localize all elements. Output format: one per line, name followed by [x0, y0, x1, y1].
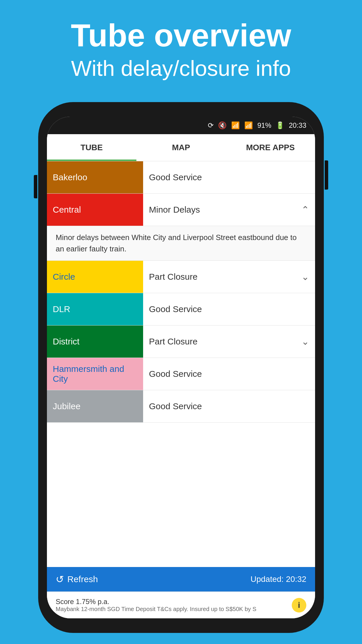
line-row-hammersmith[interactable]: Hammersmith and City Good Service [47, 358, 315, 390]
header-title: Tube overview [12, 18, 350, 53]
refresh-label: Refresh [67, 574, 98, 584]
line-status-district: Part Closure [149, 337, 198, 346]
line-status-cell-hammersmith: Good Service [143, 358, 315, 390]
line-status-central: Minor Delays [149, 205, 200, 215]
phone-body: ⟳ 🔇 📶 📶 91% 🔋 20:33 TUBE MAP MORE APPS [38, 102, 324, 633]
line-name-cell-district: District [47, 326, 143, 358]
line-status-cell-district: Part Closure ⌄ [143, 326, 315, 358]
ad-content: Score 1.75% p.a. Maybank 12-month SGD Ti… [56, 598, 256, 612]
phone-screen: ⟳ 🔇 📶 📶 91% 🔋 20:33 TUBE MAP MORE APPS [47, 117, 315, 618]
line-name-central: Central [53, 205, 81, 215]
central-delay-detail: Minor delays between White City and Live… [47, 226, 315, 261]
line-status-dlr: Good Service [149, 304, 202, 314]
ad-sub-text: Maybank 12-month SGD Time Deposit T&Cs a… [56, 606, 256, 612]
line-status-jubilee: Good Service [149, 401, 202, 411]
line-name-hammersmith: Hammersmith and City [53, 364, 137, 384]
line-row-dlr[interactable]: DLR Good Service [47, 293, 315, 326]
line-status-hammersmith: Good Service [149, 369, 202, 379]
status-battery-icon: 🔋 [276, 121, 284, 130]
line-status-cell-central: Minor Delays ⌃ [143, 194, 315, 226]
line-status-cell-dlr: Good Service [143, 293, 315, 325]
status-signal-icon: 📶 [244, 121, 253, 130]
line-name-cell-central: Central [47, 194, 143, 226]
line-row-district[interactable]: District Part Closure ⌄ [47, 326, 315, 358]
phone-volume-button [34, 175, 37, 198]
line-name-bakerloo: Bakerloo [53, 172, 87, 182]
header-subtitle: With delay/closure info [12, 56, 350, 81]
status-mute-icon: 🔇 [218, 121, 227, 130]
tab-bar: TUBE MAP MORE APPS [47, 134, 315, 161]
line-name-cell-bakerloo: Bakerloo [47, 161, 143, 193]
line-status-bakerloo: Good Service [149, 172, 202, 182]
line-name-dlr: DLR [53, 304, 70, 314]
chevron-down-icon-district: ⌄ [301, 336, 309, 347]
ad-bar[interactable]: Score 1.75% p.a. Maybank 12-month SGD Ti… [47, 592, 315, 618]
ad-main-text: Score 1.75% p.a. [56, 598, 256, 606]
tab-map[interactable]: MAP [136, 134, 226, 161]
line-status-cell-circle: Part Closure ⌄ [143, 261, 315, 293]
tab-more-apps[interactable]: MORE APPS [226, 134, 315, 161]
line-status-cell-jubilee: Good Service [143, 390, 315, 422]
tab-tube[interactable]: TUBE [47, 134, 136, 161]
line-row-bakerloo[interactable]: Bakerloo Good Service [47, 161, 315, 194]
header-section: Tube overview With delay/closure info [0, 0, 362, 92]
chevron-up-icon-central: ⌃ [301, 204, 309, 215]
bottom-bar: ↺ Refresh Updated: 20:32 [47, 567, 315, 592]
line-row-jubilee[interactable]: Jubilee Good Service [47, 390, 315, 423]
line-name-jubilee: Jubilee [53, 401, 80, 411]
chevron-down-icon-circle: ⌄ [301, 271, 309, 282]
line-name-cell-jubilee: Jubilee [47, 390, 143, 422]
updated-text: Updated: 20:32 [251, 575, 307, 584]
line-name-cell-circle: Circle [47, 261, 143, 293]
phone-power-button [325, 160, 328, 190]
status-time: 20:33 [289, 121, 306, 130]
line-row-central[interactable]: Central Minor Delays ⌃ [47, 194, 315, 226]
refresh-button[interactable]: ↺ Refresh [56, 573, 98, 585]
ad-info-icon[interactable]: i [292, 598, 306, 612]
line-status-circle: Part Closure [149, 272, 198, 282]
line-name-district: District [53, 337, 80, 346]
status-sync-icon: ⟳ [208, 121, 214, 130]
status-bar: ⟳ 🔇 📶 📶 91% 🔋 20:33 [47, 117, 315, 134]
line-name-cell-dlr: DLR [47, 293, 143, 325]
status-wifi-icon: 📶 [231, 121, 240, 130]
lines-list: Bakerloo Good Service Central Minor Dela… [47, 161, 315, 567]
line-name-cell-hammersmith: Hammersmith and City [47, 358, 143, 390]
phone-container: ⟳ 🔇 📶 📶 91% 🔋 20:33 TUBE MAP MORE APPS [38, 102, 324, 633]
line-status-cell-bakerloo: Good Service [143, 161, 315, 193]
line-name-circle: Circle [53, 272, 75, 282]
refresh-icon: ↺ [56, 573, 64, 585]
status-battery-percent: 91% [257, 121, 271, 130]
line-row-circle[interactable]: Circle Part Closure ⌄ [47, 261, 315, 293]
